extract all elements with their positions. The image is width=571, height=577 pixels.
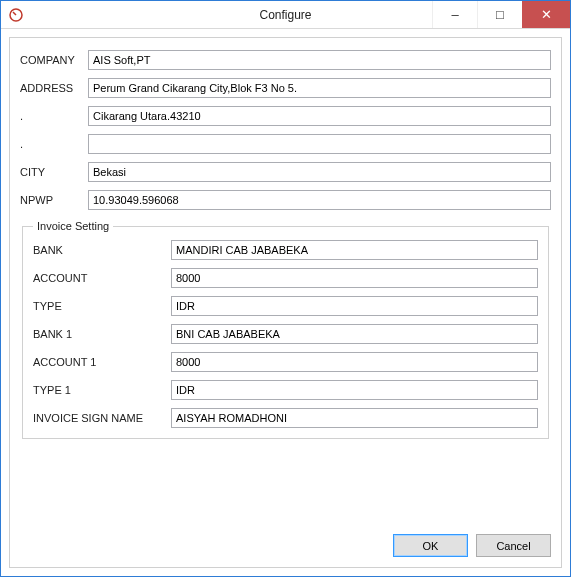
account-field[interactable] [171, 268, 538, 288]
invoice-form: BANK ACCOUNT TYPE BANK 1 ACCOUNT 1 TYPE … [33, 240, 538, 428]
bank-label: BANK [33, 244, 163, 256]
form-panel: COMPANY ADDRESS . . CITY NPWP Invoice Se… [9, 37, 562, 568]
close-button[interactable]: ✕ [522, 1, 570, 28]
type1-label: TYPE 1 [33, 384, 163, 396]
window-buttons: – □ ✕ [432, 1, 570, 28]
city-field[interactable] [88, 162, 551, 182]
invoice-setting-group: Invoice Setting BANK ACCOUNT TYPE BANK 1… [22, 220, 549, 439]
maximize-button[interactable]: □ [477, 1, 522, 28]
ok-button[interactable]: OK [393, 534, 468, 557]
npwp-field[interactable] [88, 190, 551, 210]
invoice-sign-field[interactable] [171, 408, 538, 428]
address-field[interactable] [88, 78, 551, 98]
address2-field[interactable] [88, 106, 551, 126]
address-label: ADDRESS [20, 82, 80, 94]
company-form: COMPANY ADDRESS . . CITY NPWP [20, 50, 551, 210]
company-label: COMPANY [20, 54, 80, 66]
account-label: ACCOUNT [33, 272, 163, 284]
configure-window: Configure – □ ✕ COMPANY ADDRESS . . CITY… [0, 0, 571, 577]
company-field[interactable] [88, 50, 551, 70]
bank-field[interactable] [171, 240, 538, 260]
account1-field[interactable] [171, 352, 538, 372]
cancel-button[interactable]: Cancel [476, 534, 551, 557]
minimize-button[interactable]: – [432, 1, 477, 28]
client-area: COMPANY ADDRESS . . CITY NPWP Invoice Se… [1, 29, 570, 576]
address3-label: . [20, 138, 80, 150]
dialog-buttons: OK Cancel [20, 526, 551, 557]
spacer [20, 439, 551, 526]
bank1-label: BANK 1 [33, 328, 163, 340]
type-field[interactable] [171, 296, 538, 316]
titlebar: Configure – □ ✕ [1, 1, 570, 29]
address3-field[interactable] [88, 134, 551, 154]
address2-label: . [20, 110, 80, 122]
invoice-sign-label: INVOICE SIGN NAME [33, 412, 163, 424]
city-label: CITY [20, 166, 80, 178]
npwp-label: NPWP [20, 194, 80, 206]
bank1-field[interactable] [171, 324, 538, 344]
type1-field[interactable] [171, 380, 538, 400]
app-icon [5, 4, 27, 26]
type-label: TYPE [33, 300, 163, 312]
account1-label: ACCOUNT 1 [33, 356, 163, 368]
invoice-legend: Invoice Setting [33, 220, 113, 232]
